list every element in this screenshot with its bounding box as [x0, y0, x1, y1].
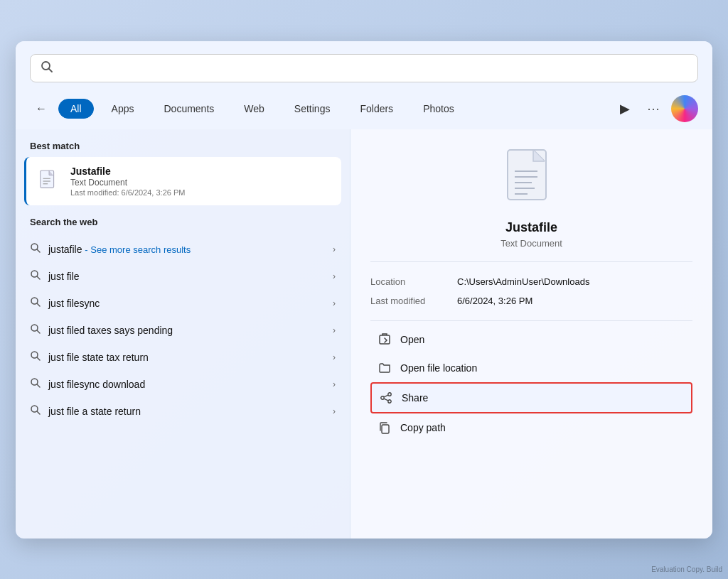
detail-modified-row: Last modified 6/6/2024, 3:26 PM [370, 291, 692, 310]
folder-icon [378, 361, 392, 375]
chevron-icon-0: › [333, 244, 336, 254]
filter-folders[interactable]: Folders [348, 99, 405, 119]
chevron-icon-3: › [333, 325, 336, 335]
best-match-modified: Last modified: 6/6/2024, 3:26 PM [70, 188, 331, 197]
web-item-6[interactable]: just file a state return › [16, 398, 350, 425]
svg-line-15 [37, 357, 40, 360]
web-item-1[interactable]: just file › [16, 263, 350, 290]
best-match-info: Justafile Text Document Last modified: 6… [70, 166, 331, 197]
action-open-location[interactable]: Open file location [370, 354, 692, 382]
action-copy-path[interactable]: Copy path [370, 413, 692, 442]
file-icon-wrap [36, 168, 62, 194]
svg-line-9 [37, 276, 40, 279]
location-value: C:\Users\AdminUser\Downloads [457, 276, 589, 287]
web-item-text-3: just filed taxes says pending [48, 325, 326, 336]
chevron-icon-6: › [333, 406, 336, 416]
svg-point-29 [388, 399, 391, 402]
watermark: Evaluation Copy. Build [651, 566, 722, 573]
modified-value: 6/6/2024, 3:26 PM [457, 296, 532, 306]
svg-line-1 [49, 68, 53, 72]
chevron-icon-2: › [333, 298, 336, 308]
file-large-icon [506, 148, 557, 208]
more-options-button[interactable]: ⋯ [641, 98, 665, 119]
svg-line-17 [37, 384, 40, 387]
filter-web[interactable]: Web [232, 99, 277, 119]
file-preview-icon [503, 146, 560, 210]
action-open-label: Open [400, 334, 424, 345]
web-item-0[interactable]: justafile - See more search results › [16, 236, 350, 263]
svg-line-30 [384, 395, 388, 397]
right-panel: Justafile Text Document Location C:\User… [350, 129, 712, 539]
action-share-label: Share [402, 392, 428, 404]
svg-line-19 [37, 411, 40, 414]
action-copy-path-label: Copy path [400, 422, 446, 433]
chevron-icon-5: › [333, 379, 336, 389]
best-match-label: Best match [16, 138, 350, 157]
action-share[interactable]: Share [370, 382, 692, 413]
main-content: Best match Justafile Text Document Last … [16, 129, 712, 539]
web-item-text-1: just file [48, 271, 326, 282]
web-item-text-2: just filesync [48, 298, 326, 309]
action-open-location-label: Open file location [400, 362, 477, 374]
web-item-2[interactable]: just filesync › [16, 290, 350, 317]
file-preview-name: Justafile [505, 220, 557, 235]
filter-apps[interactable]: Apps [100, 99, 146, 119]
web-search-icon-1 [30, 269, 41, 283]
search-panel: justafile ← All Apps Documents Web Setti… [16, 41, 712, 539]
svg-rect-32 [382, 425, 389, 433]
web-search-icon-2 [30, 296, 41, 310]
modified-label: Last modified [370, 296, 449, 306]
svg-line-7 [37, 249, 40, 252]
web-item-text-4: just file state tax return [48, 352, 326, 363]
web-item-5[interactable]: just filesync download › [16, 371, 350, 398]
search-input[interactable]: justafile [60, 62, 687, 75]
action-open[interactable]: Open [370, 325, 692, 354]
web-item-4[interactable]: just file state tax return › [16, 344, 350, 371]
location-label: Location [370, 276, 449, 287]
filter-all[interactable]: All [58, 99, 94, 119]
svg-point-28 [381, 396, 384, 399]
best-match-type: Text Document [70, 178, 331, 188]
search-icon [41, 60, 53, 76]
best-match-name: Justafile [70, 166, 331, 177]
web-item-3[interactable]: just filed taxes says pending › [16, 317, 350, 344]
best-match-item[interactable]: Justafile Text Document Last modified: 6… [24, 157, 341, 205]
filter-photos[interactable]: Photos [411, 99, 466, 119]
web-search-icon-3 [30, 323, 41, 337]
copilot-icon[interactable] [671, 95, 698, 122]
share-icon [379, 391, 393, 405]
chevron-icon-1: › [333, 271, 336, 281]
web-label: Search the web [30, 217, 336, 232]
svg-line-31 [384, 399, 388, 401]
svg-line-11 [37, 303, 40, 306]
copy-icon [378, 421, 392, 435]
open-icon [378, 332, 392, 347]
search-bar: justafile [30, 54, 698, 82]
svg-rect-2 [41, 170, 54, 187]
filter-documents[interactable]: Documents [151, 99, 226, 119]
play-button[interactable]: ▶ [614, 98, 636, 119]
file-preview-type: Text Document [500, 238, 562, 249]
web-search-icon-4 [30, 350, 41, 364]
actions-divider [370, 320, 692, 321]
search-bar-row: justafile [16, 41, 712, 91]
back-button[interactable]: ← [30, 99, 53, 118]
web-search-icon-6 [30, 404, 41, 418]
left-panel: Best match Justafile Text Document Last … [16, 129, 350, 539]
file-small-icon [39, 170, 59, 193]
web-search-icon-5 [30, 377, 41, 391]
see-more-link[interactable]: - See more search results [85, 244, 191, 255]
file-details: Location C:\Users\AdminUser\Downloads La… [370, 261, 692, 310]
web-item-text-0: justafile - See more search results [48, 244, 326, 255]
web-search-icon-0 [30, 242, 41, 256]
filter-settings[interactable]: Settings [282, 99, 343, 119]
web-item-text-6: just file a state return [48, 406, 326, 417]
chevron-icon-4: › [333, 352, 336, 362]
svg-line-13 [37, 330, 40, 333]
web-item-text-5: just filesync download [48, 379, 326, 390]
svg-point-27 [388, 392, 391, 395]
detail-location-row: Location C:\Users\AdminUser\Downloads [370, 272, 692, 291]
filter-row: ← All Apps Documents Web Settings Folder… [16, 91, 712, 129]
web-items-list: justafile - See more search results › ju… [16, 236, 350, 425]
web-section-label: Search the web [16, 205, 350, 236]
